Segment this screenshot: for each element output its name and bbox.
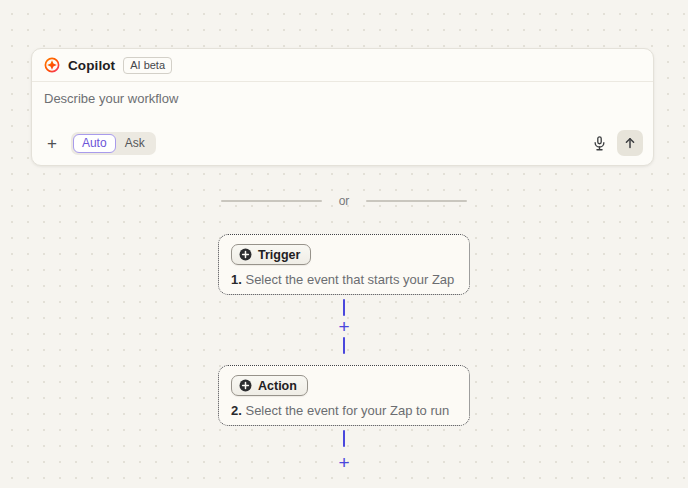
send-button[interactable] <box>617 130 643 156</box>
trigger-pill-button[interactable]: Trigger <box>231 244 311 265</box>
action-pill-button[interactable]: Action <box>231 375 308 396</box>
action-description: 2. Select the event for your Zap to run <box>231 403 457 418</box>
connector-trigger-action: + <box>0 299 688 354</box>
copilot-header: Copilot AI beta <box>32 49 653 82</box>
trigger-pill-label: Trigger <box>258 248 300 262</box>
copilot-star-icon <box>44 57 60 73</box>
connector-after-action: + <box>0 430 688 473</box>
microphone-icon[interactable] <box>589 133 610 154</box>
mode-option-auto[interactable]: Auto <box>73 134 116 153</box>
ai-beta-badge: AI beta <box>123 57 172 74</box>
connector-line-bottom <box>343 337 345 354</box>
attach-button[interactable]: + <box>44 133 60 154</box>
workflow-prompt-input[interactable]: Describe your workflow <box>32 82 653 134</box>
divider-line-left <box>221 200 322 202</box>
action-pill-label: Action <box>258 379 297 393</box>
or-divider: or <box>0 194 688 208</box>
plus-circle-icon <box>239 248 252 261</box>
copilot-panel: Copilot AI beta Describe your workflow +… <box>31 48 654 166</box>
divider-line-right <box>366 200 467 202</box>
footer-right-controls <box>589 130 643 156</box>
connector-line-top <box>343 299 345 316</box>
arrow-up-icon <box>623 136 637 150</box>
action-step-number: 2. <box>231 403 242 418</box>
trigger-step-text: Select the event that starts your Zap <box>245 272 454 287</box>
action-step-box[interactable]: Action 2. Select the event for your Zap … <box>218 365 470 426</box>
copilot-footer: + Auto Ask <box>44 130 643 156</box>
action-step-text: Select the event for your Zap to run <box>245 403 449 418</box>
trigger-step-box[interactable]: Trigger 1. Select the event that starts … <box>218 234 470 295</box>
mode-toggle: Auto Ask <box>71 132 156 155</box>
trigger-step-number: 1. <box>231 272 242 287</box>
add-step-button-bottom[interactable]: + <box>334 453 353 472</box>
connector-line <box>343 430 345 447</box>
add-step-button[interactable]: + <box>334 317 353 336</box>
mode-option-ask[interactable]: Ask <box>116 134 154 153</box>
trigger-description: 1. Select the event that starts your Zap <box>231 272 457 287</box>
footer-left-controls: + Auto Ask <box>44 132 156 155</box>
copilot-title: Copilot <box>68 58 115 73</box>
or-label: or <box>339 194 350 208</box>
prompt-placeholder: Describe your workflow <box>44 91 178 106</box>
plus-circle-icon <box>239 379 252 392</box>
